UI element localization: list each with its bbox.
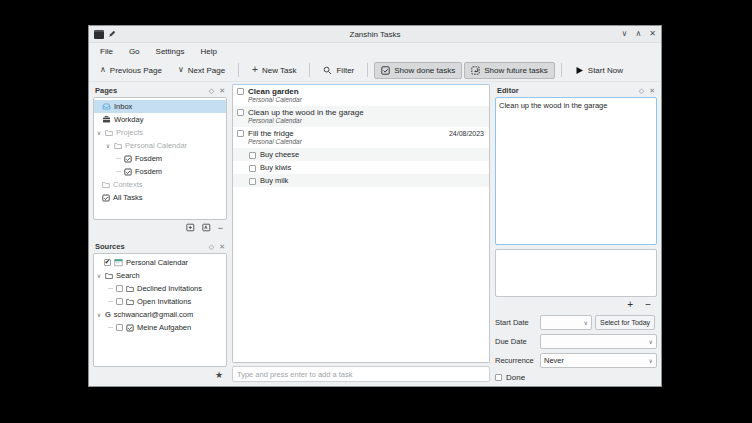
task-project: Personal Calendar (248, 117, 364, 125)
close-panel-icon[interactable] (649, 87, 655, 94)
expander-icon[interactable] (96, 273, 102, 279)
float-panel-icon[interactable] (639, 87, 644, 94)
sidebar-item-workday[interactable]: Workday (94, 113, 226, 126)
default-source-icon[interactable] (215, 370, 223, 380)
close-panel-icon[interactable] (219, 87, 225, 94)
folder-icon (105, 272, 113, 280)
task-checkbox[interactable] (249, 178, 256, 185)
task-title: Clean garden (248, 87, 302, 96)
add-context-icon[interactable] (202, 223, 211, 232)
sidebar-item-all-tasks[interactable]: All Tasks (94, 191, 226, 204)
remove-page-icon[interactable] (218, 223, 223, 233)
task-text-editor[interactable]: Clean up the wood in the garage (495, 97, 657, 245)
task-row[interactable]: Buy kiwis (233, 161, 489, 174)
filter-button[interactable]: Filter (316, 62, 361, 79)
task-checkbox[interactable] (249, 165, 256, 172)
folder-icon (126, 285, 134, 293)
source-item-gmail-account[interactable]: G schwancarl@gmail.com (94, 308, 226, 321)
expander-icon[interactable] (96, 312, 102, 318)
toolbar-separator (238, 63, 239, 77)
sidebar-item-fosdem-1[interactable]: Fosdem (94, 152, 226, 165)
task-checkbox[interactable] (237, 88, 244, 95)
task-checkbox[interactable] (237, 130, 244, 137)
folder-icon (114, 142, 122, 150)
task-row[interactable]: Clean up the wood in the garage Personal… (233, 106, 489, 127)
tree-branch (108, 288, 113, 289)
task-due-date: 24/08/2023 (449, 130, 484, 137)
task-icon (126, 324, 134, 332)
attachments-list[interactable] (495, 249, 657, 297)
menu-file[interactable]: File (93, 45, 120, 58)
add-project-icon[interactable] (186, 223, 195, 232)
next-page-button[interactable]: Next Page (171, 62, 232, 79)
pages-panel-header: Pages (93, 84, 227, 97)
maximize-icon[interactable] (635, 30, 641, 38)
due-date-row: Due Date (495, 334, 657, 349)
source-item-open-invitations[interactable]: Open Invitations (94, 295, 226, 308)
menu-settings[interactable]: Settings (149, 45, 192, 58)
play-icon (575, 66, 584, 75)
toolbar-separator (309, 63, 310, 77)
source-checkbox[interactable] (116, 298, 123, 305)
task-row[interactable]: Fill the fridge Personal Calendar 24/08/… (233, 127, 489, 148)
task-project: Personal Calendar (248, 96, 302, 104)
close-panel-icon[interactable] (219, 243, 225, 250)
toolbar: Previous Page Next Page New Task Filter … (89, 59, 661, 82)
add-attachment-icon[interactable] (627, 300, 633, 310)
sidebar-item-personal-calendar[interactable]: Personal Calendar (94, 139, 226, 152)
sidebar-item-contexts[interactable]: Contexts (94, 178, 226, 191)
minimize-icon[interactable] (622, 30, 628, 38)
menu-go[interactable]: Go (122, 45, 147, 58)
source-checkbox[interactable] (104, 259, 111, 266)
start-date-combobox[interactable] (540, 315, 592, 330)
close-icon[interactable] (649, 30, 656, 38)
done-row: Done (495, 373, 657, 382)
expander-icon[interactable] (96, 130, 102, 136)
task-title: Fill the fridge (248, 129, 302, 138)
task-row[interactable]: Clean garden Personal Calendar (233, 85, 489, 106)
expander-icon[interactable] (105, 143, 111, 149)
task-row[interactable]: Buy cheese (233, 148, 489, 161)
tree-branch (108, 327, 113, 328)
toolbar-separator (367, 63, 368, 77)
select-for-today-button[interactable]: Select for Today (595, 315, 655, 330)
float-panel-icon[interactable] (209, 243, 214, 250)
source-item-declined-invitations[interactable]: Declined Invitations (94, 282, 226, 295)
done-checkbox[interactable] (495, 374, 502, 381)
done-tasks-icon (381, 66, 390, 75)
source-item-search[interactable]: Search (94, 269, 226, 282)
add-task-input[interactable] (232, 366, 490, 382)
task-icon (124, 168, 132, 176)
show-future-tasks-toggle[interactable]: Show future tasks (464, 62, 555, 79)
remove-attachment-icon[interactable] (645, 300, 651, 310)
folder-icon (105, 129, 113, 137)
editor-panel-title: Editor (497, 86, 519, 95)
recurrence-combobox[interactable]: Never (540, 353, 657, 368)
source-item-meine-aufgaben[interactable]: Meine Aufgaben (94, 321, 226, 334)
sources-panel-footer (93, 367, 227, 382)
toolbar-separator (561, 63, 562, 77)
sidebar-item-fosdem-2[interactable]: Fosdem (94, 165, 226, 178)
sidebar-item-projects[interactable]: Projects (94, 126, 226, 139)
source-checkbox[interactable] (116, 324, 123, 331)
sources-tree: Personal Calendar Search Declined Invita… (93, 253, 227, 367)
source-item-personal-calendar[interactable]: Personal Calendar (94, 256, 226, 269)
previous-page-button[interactable]: Previous Page (93, 62, 169, 79)
task-list: Clean garden Personal Calendar Clean up … (232, 84, 490, 363)
workday-icon (102, 115, 111, 124)
plus-icon (252, 66, 258, 74)
sidebar-item-inbox[interactable]: Inbox (94, 100, 226, 113)
task-title: Buy kiwis (260, 163, 291, 172)
show-done-tasks-toggle[interactable]: Show done tasks (374, 62, 462, 79)
due-date-label: Due Date (495, 337, 537, 346)
task-row[interactable]: Buy milk (233, 174, 489, 187)
source-checkbox[interactable] (116, 285, 123, 292)
menu-help[interactable]: Help (193, 45, 223, 58)
task-checkbox[interactable] (249, 152, 256, 159)
task-checkbox[interactable] (237, 109, 244, 116)
attachment-buttons (495, 298, 657, 311)
due-date-combobox[interactable] (540, 334, 657, 349)
start-now-button[interactable]: Start Now (568, 62, 630, 79)
float-panel-icon[interactable] (209, 87, 214, 94)
new-task-button[interactable]: New Task (245, 62, 303, 79)
